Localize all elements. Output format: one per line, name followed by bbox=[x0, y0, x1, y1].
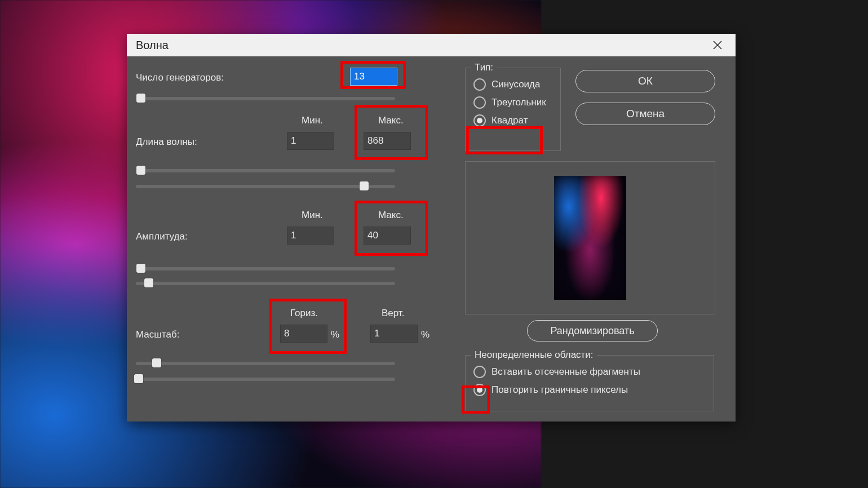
amplitude-min-input[interactable]: 1 bbox=[287, 227, 334, 245]
scale-vert-slider[interactable] bbox=[136, 378, 395, 381]
type-legend: Тип: bbox=[471, 62, 497, 73]
preview-image bbox=[554, 176, 626, 300]
cancel-button[interactable]: Отмена bbox=[575, 103, 715, 125]
wavelength-min-input[interactable]: 1 bbox=[287, 132, 334, 150]
wavelength-min-slider[interactable] bbox=[136, 169, 395, 172]
wavelength-max-label: Макс. bbox=[378, 115, 404, 126]
type-group: Тип: Синусоида Треугольник Квадрат bbox=[465, 68, 561, 151]
scale-horiz-unit: % bbox=[331, 329, 339, 340]
ok-button[interactable]: ОК bbox=[575, 70, 715, 92]
randomize-button[interactable]: Рандомизировать bbox=[527, 320, 658, 341]
generators-label: Число генераторов: bbox=[136, 72, 224, 83]
amplitude-min-label: Мин. bbox=[302, 210, 323, 221]
generators-input[interactable]: 13 bbox=[350, 68, 397, 86]
wavelength-min-label: Мин. bbox=[302, 115, 323, 126]
scale-vert-unit: % bbox=[421, 329, 429, 340]
wrap-radio[interactable]: Вставить отсеченные фрагменты bbox=[473, 366, 706, 378]
radio-icon bbox=[473, 366, 486, 378]
generators-slider[interactable] bbox=[136, 97, 395, 100]
scale-horiz-input[interactable]: 8 bbox=[280, 325, 327, 343]
dialog-title: Волна bbox=[136, 34, 169, 56]
repeat-radio[interactable]: Повторить граничные пикселы bbox=[473, 384, 706, 396]
amplitude-min-slider[interactable] bbox=[136, 267, 395, 270]
scale-horiz-slider[interactable] bbox=[136, 362, 395, 365]
scale-vert-label: Верт. bbox=[382, 308, 405, 319]
dialog-body: Число генераторов: 13 Мин. Макс. Длина в… bbox=[127, 56, 736, 422]
preview-box bbox=[465, 161, 715, 314]
undefined-areas-group: Неопределенные области: Вставить отсечен… bbox=[465, 355, 714, 411]
amplitude-label: Амплитуда: bbox=[136, 231, 188, 242]
amplitude-max-slider[interactable] bbox=[136, 282, 395, 285]
scale-vert-input[interactable]: 1 bbox=[370, 325, 418, 343]
wave-dialog: Волна Число генераторов: 13 Мин. Макс. Д… bbox=[127, 34, 736, 422]
radio-icon bbox=[473, 114, 486, 127]
wavelength-label: Длина волны: bbox=[136, 136, 197, 148]
dialog-titlebar[interactable]: Волна bbox=[127, 34, 736, 56]
wavelength-max-slider[interactable] bbox=[136, 185, 395, 188]
type-square-radio[interactable]: Квадрат bbox=[473, 114, 552, 127]
amplitude-max-label: Макс. bbox=[378, 210, 404, 221]
radio-icon bbox=[473, 78, 486, 91]
radio-icon bbox=[473, 96, 486, 109]
amplitude-max-input[interactable]: 40 bbox=[364, 227, 411, 245]
radio-icon bbox=[473, 384, 486, 396]
scale-horiz-label: Гориз. bbox=[290, 308, 318, 319]
undefined-areas-legend: Неопределенные области: bbox=[471, 349, 597, 361]
close-icon bbox=[712, 40, 723, 50]
scale-label: Масштаб: bbox=[136, 329, 179, 340]
wavelength-max-input[interactable]: 868 bbox=[364, 132, 411, 150]
close-button[interactable] bbox=[707, 35, 728, 55]
type-sine-radio[interactable]: Синусоида bbox=[473, 78, 552, 91]
type-triangle-radio[interactable]: Треугольник bbox=[473, 96, 552, 109]
